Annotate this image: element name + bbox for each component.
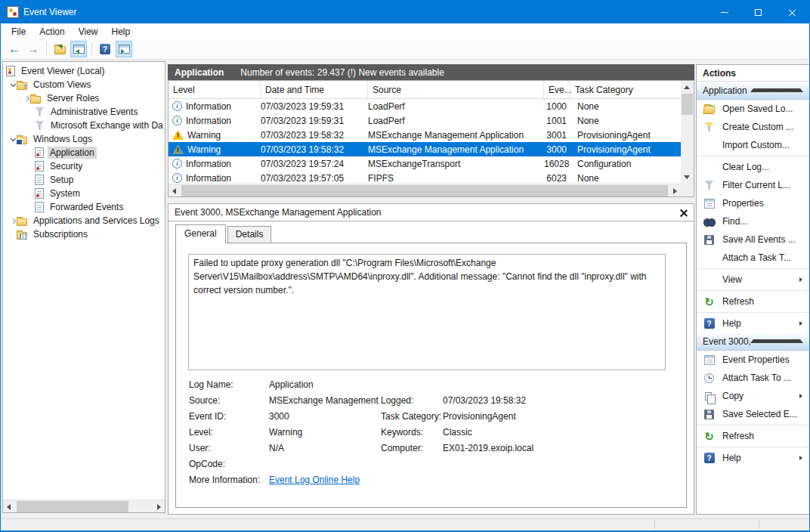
event-level: Warning [187, 144, 221, 155]
tree-item-microsoft-exchange[interactable]: Microsoft Exchange with Da [3, 119, 165, 132]
tree-item-security[interactable]: Security [3, 159, 165, 173]
action-help-event[interactable]: Help [697, 449, 809, 467]
window-title: Event Viewer [23, 7, 707, 17]
open-folder-icon [703, 106, 716, 114]
show-action-pane-button[interactable] [116, 41, 132, 57]
maximize-button[interactable] [741, 1, 775, 23]
forward-button[interactable]: → [25, 41, 42, 57]
user-label: User: [189, 443, 269, 453]
tree-item-applications-services-logs[interactable]: Applications and Services Logs [3, 214, 165, 227]
tree-item-setup[interactable]: Setup [3, 173, 165, 187]
tree-item-event-viewer-local[interactable]: Event Viewer (Local) [3, 64, 165, 78]
actions-group-event-header[interactable]: Event 3000, MSExch... [697, 332, 809, 351]
event-row[interactable]: Information 07/03/2023 19:59:31 LoadPerf… [168, 113, 681, 128]
tree-item-forwarded-events[interactable]: Forwarded Events [3, 200, 165, 214]
event-row[interactable]: Information 07/03/2023 19:57:24 MSExchan… [168, 156, 681, 171]
action-import-custom-view[interactable]: Import Custom... [697, 136, 809, 154]
information-icon [172, 101, 182, 111]
expander-collapsed-icon[interactable] [23, 97, 30, 101]
tree-item-administrative-events[interactable]: Administrative Events [3, 105, 165, 119]
event-row[interactable]: Information 07/03/2023 19:59:31 LoadPerf… [168, 99, 681, 113]
event-description[interactable]: Failed to update proxy generation dll "C… [188, 254, 666, 370]
tree-item-application[interactable]: Application [3, 146, 165, 159]
event-id: 3001 [544, 130, 570, 141]
column-level[interactable]: Level [168, 81, 261, 98]
minimize-button[interactable] [707, 1, 741, 23]
back-button[interactable]: ← [6, 41, 23, 57]
event-task-category: None [570, 101, 681, 112]
column-source[interactable]: Source [368, 81, 544, 98]
action-attach-task-to-event[interactable]: Attach Task To ... [697, 369, 809, 387]
action-refresh[interactable]: Refresh [697, 292, 809, 311]
event-row[interactable]: Warning 07/03/2023 19:58:32 MSExchange M… [168, 128, 681, 142]
column-event-id[interactable]: Eve... [544, 81, 570, 98]
scrollbar-thumb[interactable] [682, 94, 693, 115]
tree-item-subscriptions[interactable]: Subscriptions [3, 227, 165, 241]
event-date: 07/03/2023 19:58:32 [261, 144, 368, 155]
event-task-category: Configuration [570, 159, 681, 169]
scroll-up-icon[interactable] [684, 85, 690, 89]
source-label: Source: [189, 395, 269, 406]
menu-view[interactable]: View [72, 26, 105, 37]
event-viewer-icon [6, 66, 15, 76]
export-log-button[interactable] [51, 41, 68, 57]
column-date-time[interactable]: Date and Time [261, 81, 368, 98]
action-event-properties[interactable]: Event Properties [697, 351, 809, 369]
action-refresh-event[interactable]: Refresh [697, 427, 809, 445]
expander-collapsed-icon[interactable] [9, 219, 17, 223]
action-save-selected-events[interactable]: Save Selected E... [697, 405, 809, 423]
scrollbar-thumb[interactable] [17, 501, 128, 512]
collapse-icon[interactable] [750, 339, 804, 343]
event-level: Information [186, 159, 231, 169]
show-console-tree-button[interactable] [70, 41, 87, 57]
scroll-left-icon[interactable] [172, 188, 176, 194]
close-preview-icon[interactable] [679, 209, 688, 217]
close-button[interactable] [775, 1, 809, 23]
tree-item-custom-views[interactable]: Custom Views [3, 78, 165, 91]
menu-file[interactable]: File [5, 26, 32, 37]
action-save-all-events[interactable]: Save All Events ... [697, 230, 809, 249]
tree-item-windows-logs[interactable]: Windows Logs [3, 132, 165, 146]
expander-expanded-icon[interactable] [9, 84, 17, 86]
scroll-right-icon[interactable] [673, 188, 677, 194]
list-horizontal-scrollbar[interactable] [168, 184, 681, 196]
scroll-down-icon[interactable] [684, 175, 690, 179]
actions-pane: Actions Application Open Saved Lo... Cre… [696, 64, 810, 515]
event-log-online-help-link[interactable]: Event Log Online Help [269, 475, 533, 485]
column-task-category[interactable]: Task Category [570, 81, 681, 98]
list-vertical-scrollbar[interactable] [681, 81, 694, 184]
actions-group-application-header[interactable]: Application [697, 82, 809, 100]
log-name-label: Log Name: [189, 379, 269, 390]
event-row[interactable]: Information 07/03/2023 19:57:05 FIPFS 60… [168, 171, 681, 184]
action-filter-current-log[interactable]: Filter Current L... [697, 176, 809, 194]
action-copy[interactable]: Copy [697, 387, 809, 405]
action-clear-log[interactable]: Clear Log... [697, 158, 809, 176]
opcode-label: OpCode: [189, 459, 269, 469]
log-event-count: Number of events: 29.437 (!) New events … [240, 67, 444, 78]
scroll-left-icon[interactable] [7, 504, 11, 510]
action-properties[interactable]: Properties [697, 194, 809, 212]
scroll-right-icon[interactable] [157, 504, 161, 510]
tree-item-system[interactable]: System [3, 187, 165, 200]
action-view[interactable]: View [697, 271, 809, 289]
action-attach-task-to-log[interactable]: Attach a Task T... [697, 249, 809, 267]
action-create-custom-view[interactable]: Create Custom ... [697, 118, 809, 136]
tree-horizontal-scrollbar[interactable] [3, 500, 165, 512]
action-help[interactable]: Help [697, 314, 809, 332]
tab-general[interactable]: General [175, 224, 226, 243]
tab-details[interactable]: Details [227, 226, 272, 243]
menu-help[interactable]: Help [105, 26, 138, 37]
scrollbar-thumb[interactable] [181, 185, 668, 196]
actions-separator [697, 290, 809, 291]
tree-item-server-roles[interactable]: Server Roles [3, 91, 165, 105]
action-open-saved-log[interactable]: Open Saved Lo... [697, 100, 809, 118]
help-button[interactable] [97, 41, 113, 57]
collapse-icon[interactable] [750, 88, 804, 92]
task-clock-icon [704, 373, 714, 383]
menu-action[interactable]: Action [32, 26, 71, 37]
event-row-selected[interactable]: Warning 07/03/2023 19:58:32 MSExchange M… [168, 142, 681, 156]
action-find[interactable]: Find... [697, 212, 809, 230]
warning-icon [172, 144, 184, 154]
console-tree: Event Viewer (Local) Custom Views Server… [3, 64, 165, 500]
save-icon [704, 235, 714, 245]
